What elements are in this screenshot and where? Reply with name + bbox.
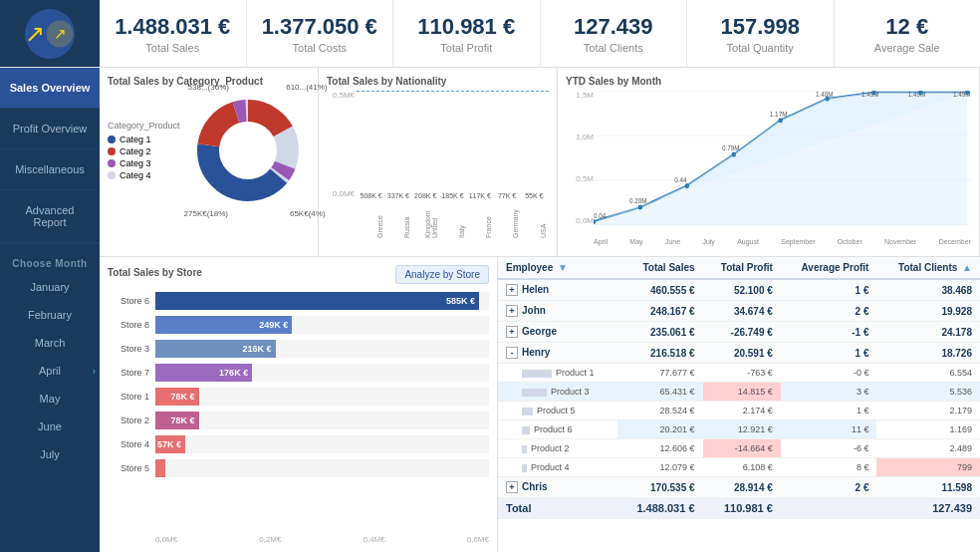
- store-2-label: Store 2: [108, 415, 149, 425]
- kpi-total-clients-value: 127.439: [574, 14, 653, 40]
- sidebar-month-july[interactable]: July: [0, 440, 100, 468]
- legend-dot-categ3: [108, 159, 116, 167]
- bar-p1: [522, 370, 552, 378]
- bar-p3: [522, 389, 547, 397]
- store-row-7: Store 7 176K €: [108, 364, 489, 382]
- expand-george[interactable]: +: [506, 326, 518, 338]
- svg-text:0.20M: 0.20M: [629, 197, 647, 204]
- svg-point-23: [685, 183, 690, 188]
- cell-p5-sales: 28.524 €: [617, 402, 702, 420]
- svg-text:1.17M: 1.17M: [770, 111, 788, 118]
- legend-dot-categ2: [108, 147, 116, 155]
- cell-john-profit: 34.674 €: [703, 301, 781, 322]
- sidebar-month-april[interactable]: April›: [0, 357, 100, 385]
- cell-p4-profit: 6.108 €: [703, 458, 781, 477]
- table-row-chris: +Chris 170.535 € 28.914 € 2 € 11.598: [498, 477, 980, 498]
- kpi-total-profit-value: 110.981 €: [417, 14, 515, 40]
- cell-helen-sales: 460.555 €: [617, 279, 702, 301]
- store-1-label: Store 1: [108, 392, 149, 402]
- ytd-plot-area: 0.04 0.20M 0.44 0.79M 1.17M 1.40M 1.49M …: [594, 91, 971, 245]
- cell-chris-profit: 28.914 €: [703, 477, 781, 498]
- table-row-helen: +Helen 460.555 € 52.100 € 1 € 38.468: [498, 279, 980, 301]
- nat-bar-france: 117K €: [467, 192, 492, 200]
- cell-john-name: +John: [498, 301, 617, 322]
- kpi-average-sale: 12 € Average Sale: [835, 0, 981, 67]
- cell-p1-name: Product 1: [498, 364, 617, 383]
- sidebar-item-profit-overview[interactable]: Profit Overview: [0, 109, 100, 149]
- col-total-sales[interactable]: Total Sales: [617, 257, 702, 279]
- kpi-total-costs-label: Total Costs: [293, 42, 347, 54]
- legend-categ3: Categ 3: [108, 158, 180, 168]
- cell-henry-avg: 1 €: [781, 343, 877, 364]
- cell-p6-name: Product 6: [498, 420, 617, 439]
- expand-helen[interactable]: +: [506, 284, 518, 296]
- cell-total-sales: 1.488.031 €: [617, 498, 702, 519]
- kpi-total-costs: 1.377.050 € Total Costs: [247, 0, 394, 67]
- cell-p5-profit: 2.174 €: [703, 402, 781, 420]
- store-1-bar-container: 78K €: [155, 388, 489, 406]
- sidebar-month-february[interactable]: February: [0, 301, 100, 329]
- nat-y-axis: 0,5M€ 0,0M€: [327, 91, 355, 240]
- sidebar-item-miscellaneous[interactable]: Miscellaneous: [0, 149, 100, 190]
- legend-dot-categ1: [108, 136, 116, 143]
- col-avg-profit[interactable]: Average Profit: [781, 257, 877, 279]
- col-employee[interactable]: Employee ▼: [498, 257, 617, 279]
- table-row-product5: Product 5 28.524 € 2.174 € 1 € 2.179: [498, 402, 980, 420]
- cell-total-clients: 127.439: [876, 498, 980, 519]
- svg-point-22: [638, 205, 643, 210]
- data-table-panel: Employee ▼ Total Sales Total Profit Aver…: [498, 257, 980, 552]
- analyze-by-store-button[interactable]: Analyze by Store: [395, 265, 489, 284]
- store-4-value: 57K €: [157, 439, 181, 449]
- cell-p6-clients: 1.169: [876, 420, 980, 439]
- cell-p3-clients: 5.536: [876, 383, 980, 402]
- col-total-clients[interactable]: Total Clients ▲: [876, 257, 980, 279]
- sidebar-month-march[interactable]: March: [0, 329, 100, 357]
- store-4-bar-container: 57K €: [155, 435, 489, 453]
- donut-svg: [188, 91, 308, 210]
- svg-text:0.44: 0.44: [674, 176, 687, 183]
- col-total-profit[interactable]: Total Profit: [703, 257, 781, 279]
- cell-john-clients: 19.928: [876, 301, 980, 322]
- nat-x-labels: Greece Russia United Kingdom Italy Franc…: [357, 202, 549, 238]
- cell-p6-profit: 12.921 €: [703, 420, 781, 439]
- table-row-john: +John 248.167 € 34.674 € 2 € 19.928: [498, 301, 980, 322]
- kpi-total-quantity-label: Total Quantity: [727, 42, 794, 54]
- kpi-total-quantity: 157.998 Total Quantity: [687, 0, 835, 67]
- cell-henry-profit: 20.591 €: [703, 343, 781, 364]
- cell-p3-name: Product 3: [498, 383, 617, 402]
- ytd-x-labels: AprilMayJuneJulyAugustSeptemberOctoberNo…: [594, 238, 971, 245]
- store-7-value: 176K €: [219, 368, 248, 378]
- cell-p1-profit: -763 €: [703, 364, 781, 383]
- expand-john[interactable]: +: [506, 305, 518, 317]
- store-row-4: Store 4 57K €: [108, 435, 489, 453]
- table-row-product2: Product 2 12.606 € -14.664 € -6 € 2.489: [498, 439, 980, 458]
- expand-chris[interactable]: +: [506, 481, 518, 493]
- sidebar-item-advanced-report[interactable]: Advanced Report: [0, 190, 100, 243]
- sidebar-menu: Sales Overview Profit Overview Miscellan…: [0, 68, 100, 243]
- nationality-chart: 0,5M€ 0,0M€ 508K € 337K €: [327, 91, 549, 240]
- ytd-svg: 0.04 0.20M 0.44 0.79M 1.17M 1.40M 1.49M …: [594, 91, 971, 225]
- kpi-total-profit: 110.981 € Total Profit: [393, 0, 541, 67]
- ytd-chart: 1,5M 1,0M 0,5M 0,0M: [566, 91, 971, 245]
- donut-container: Category_Product Categ 1 Categ 2: [108, 91, 310, 210]
- ytd-y-axis: 1,5M 1,0M 0,5M 0,0M: [566, 91, 594, 245]
- cell-p2-avg: -6 €: [781, 439, 877, 458]
- cell-john-sales: 248.167 €: [617, 301, 702, 322]
- sidebar-month-may[interactable]: May: [0, 385, 100, 413]
- cell-p5-clients: 2.179: [876, 402, 980, 420]
- sidebar-month-june[interactable]: June: [0, 413, 100, 440]
- donut-subtitle: Category_Product: [108, 121, 180, 131]
- cell-henry-clients: 18.726: [876, 343, 980, 364]
- store-6-bar: 585K €: [155, 292, 479, 310]
- sidebar-month-title: Choose Month: [0, 252, 100, 273]
- cell-p2-clients: 2.489: [876, 439, 980, 458]
- cell-total-profit: 110.981 €: [703, 498, 781, 519]
- sidebar-item-sales-overview[interactable]: Sales Overview: [0, 68, 100, 109]
- sidebar-month-january[interactable]: January: [0, 273, 100, 301]
- store-7-bar: 176K €: [155, 364, 252, 382]
- store-5-bar: [155, 459, 165, 477]
- expand-henry[interactable]: -: [506, 347, 518, 359]
- charts-row: Total Sales by Category_Product Category…: [100, 68, 980, 257]
- legend-categ4: Categ 4: [108, 170, 180, 180]
- store-8-bar: 249K €: [155, 316, 292, 334]
